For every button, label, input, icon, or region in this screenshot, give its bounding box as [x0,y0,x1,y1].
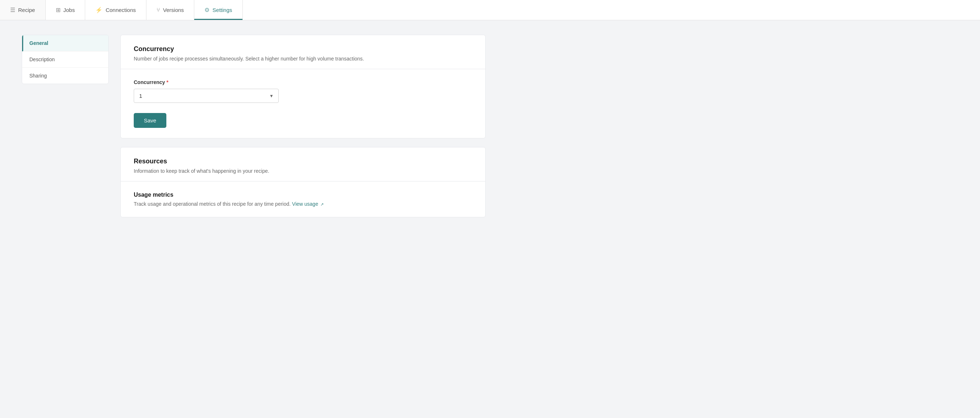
tab-versions-label: Versions [163,7,184,13]
connections-icon: ⚡ [95,6,103,13]
save-button[interactable]: Save [134,113,166,128]
resources-card: Resources Information to keep track of w… [120,147,486,217]
usage-metrics-text: Track usage and operational metrics of t… [134,201,472,207]
concurrency-form-group: Concurrency * 1 2 3 4 5 ▼ [134,79,472,103]
concurrency-card-header: Concurrency Number of jobs recipe proces… [121,35,485,69]
top-nav: ☰ Recipe ⊞ Jobs ⚡ Connections ⑂ Versions… [0,0,980,20]
resources-card-header: Resources Information to keep track of w… [121,148,485,181]
concurrency-description: Number of jobs recipe processes simultan… [134,56,472,62]
tab-versions[interactable]: ⑂ Versions [146,0,195,20]
settings-icon: ⚙ [204,6,210,13]
recipe-icon: ☰ [10,6,15,13]
resources-description: Information to keep track of what's happ… [134,168,472,174]
tab-jobs-label: Jobs [64,7,75,13]
concurrency-body: Concurrency * 1 2 3 4 5 ▼ Save [121,69,485,138]
tab-recipe[interactable]: ☰ Recipe [0,0,46,20]
versions-icon: ⑂ [157,7,160,13]
tab-jobs[interactable]: ⊞ Jobs [46,0,86,20]
concurrency-card: Concurrency Number of jobs recipe proces… [120,35,486,138]
tab-recipe-label: Recipe [18,7,35,13]
view-usage-link[interactable]: View usage ↗ [292,201,324,207]
sidebar-item-sharing[interactable]: Sharing [22,68,108,84]
main-container: General Description Sharing Concurrency … [0,20,508,232]
resources-title: Resources [134,157,472,165]
tab-connections[interactable]: ⚡ Connections [85,0,146,20]
resources-body: Usage metrics Track usage and operationa… [121,181,485,217]
external-link-icon: ↗ [320,202,324,207]
tab-settings[interactable]: ⚙ Settings [194,0,242,20]
tab-settings-label: Settings [212,7,232,13]
concurrency-select[interactable]: 1 2 3 4 5 [134,89,279,103]
sidebar-menu: General Description Sharing [22,35,109,84]
sidebar-item-general[interactable]: General [22,35,108,51]
usage-metrics-subtitle: Usage metrics [134,192,472,198]
jobs-icon: ⊞ [56,6,60,13]
content-area: Concurrency Number of jobs recipe proces… [120,35,486,217]
tab-connections-label: Connections [105,7,135,13]
sidebar: General Description Sharing [22,35,109,217]
required-star: * [166,79,168,85]
concurrency-label: Concurrency * [134,79,472,85]
concurrency-select-wrapper: 1 2 3 4 5 ▼ [134,89,279,103]
concurrency-title: Concurrency [134,45,472,53]
sidebar-item-description[interactable]: Description [22,51,108,68]
